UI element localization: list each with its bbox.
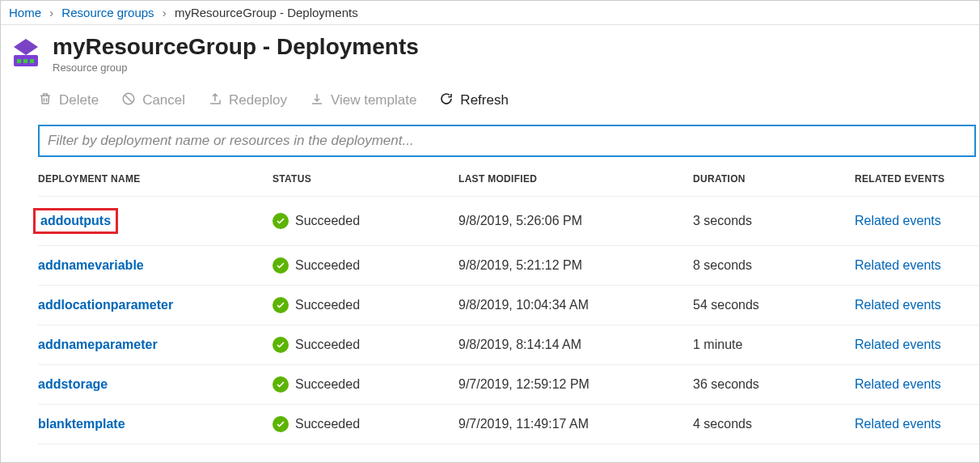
success-icon — [272, 297, 289, 313]
col-last-modified-header[interactable]: LAST MODIFIED — [458, 173, 693, 185]
last-modified: 9/7/2019, 11:49:17 AM — [458, 417, 693, 431]
deployments-table: DEPLOYMENT NAME STATUS LAST MODIFIED DUR… — [9, 157, 979, 444]
table-row: addoutputsSucceeded9/8/2019, 5:26:06 PM3… — [38, 197, 979, 246]
breadcrumb-resource-groups[interactable]: Resource groups — [61, 6, 154, 19]
col-duration-header[interactable]: DURATION — [693, 173, 855, 185]
deployment-name-link[interactable]: addnameparameter — [38, 338, 158, 352]
download-icon — [310, 91, 324, 110]
deployment-name-link[interactable]: addlocationparameter — [38, 298, 173, 312]
page-title: myResourceGroup - Deployments — [53, 35, 419, 60]
table-row: addnameparameterSucceeded9/8/2019, 8:14:… — [38, 325, 979, 365]
success-icon — [272, 257, 289, 274]
related-events-link[interactable]: Related events — [855, 298, 941, 312]
cancel-icon — [121, 91, 136, 110]
table-row: addlocationparameterSucceeded9/8/2019, 1… — [38, 286, 979, 325]
related-events-link[interactable]: Related events — [855, 377, 941, 391]
status-text: Succeeded — [295, 417, 360, 431]
status-text: Succeeded — [295, 214, 360, 228]
duration: 1 minute — [693, 338, 855, 352]
last-modified: 9/8/2019, 5:21:12 PM — [458, 258, 693, 273]
trash-icon — [38, 91, 53, 110]
duration: 54 seconds — [693, 298, 855, 312]
redeploy-button: Redeploy — [208, 91, 287, 110]
table-row: addstorageSucceeded9/7/2019, 12:59:12 PM… — [38, 365, 979, 405]
col-name-header[interactable]: DEPLOYMENT NAME — [38, 173, 272, 185]
success-icon — [272, 213, 289, 229]
last-modified: 9/8/2019, 8:14:14 AM — [458, 338, 693, 352]
page-subtitle: Resource group — [53, 62, 419, 74]
table-header: DEPLOYMENT NAME STATUS LAST MODIFIED DUR… — [38, 157, 979, 197]
filter-input[interactable] — [38, 125, 976, 157]
view-template-button: View template — [310, 91, 416, 110]
status-text: Succeeded — [295, 298, 360, 312]
status-text: Succeeded — [295, 377, 360, 392]
delete-button: Delete — [38, 91, 99, 110]
duration: 3 seconds — [693, 214, 855, 228]
svg-rect-3 — [30, 59, 34, 63]
breadcrumb: Home › Resource groups › myResourceGroup… — [1, 1, 979, 25]
deployment-name-link[interactable]: addnamevariable — [38, 258, 144, 273]
svg-rect-1 — [17, 59, 21, 63]
last-modified: 9/8/2019, 5:26:06 PM — [458, 214, 693, 228]
success-icon — [272, 376, 289, 393]
related-events-link[interactable]: Related events — [855, 258, 941, 272]
duration: 36 seconds — [693, 377, 855, 392]
last-modified: 9/8/2019, 10:04:34 AM — [458, 298, 693, 312]
breadcrumb-home[interactable]: Home — [9, 6, 41, 19]
deployment-name-link[interactable]: blanktemplate — [38, 417, 125, 431]
success-icon — [272, 416, 289, 432]
cancel-button: Cancel — [121, 91, 185, 110]
svg-rect-2 — [23, 59, 27, 63]
table-row: blanktemplateSucceeded9/7/2019, 11:49:17… — [38, 405, 979, 444]
resource-group-icon — [9, 37, 43, 71]
refresh-icon — [439, 91, 454, 110]
related-events-link[interactable]: Related events — [855, 417, 941, 431]
chevron-right-icon: › — [163, 6, 167, 19]
upload-icon — [208, 91, 222, 110]
duration: 4 seconds — [693, 417, 855, 431]
refresh-button[interactable]: Refresh — [439, 91, 509, 110]
toolbar: Delete Cancel Redeploy View template Ref… — [9, 77, 979, 125]
deployment-name-link[interactable]: addoutputs — [40, 214, 111, 228]
breadcrumb-current: myResourceGroup - Deployments — [175, 6, 358, 19]
col-status-header[interactable]: STATUS — [272, 173, 458, 185]
success-icon — [272, 337, 289, 353]
page-header: myResourceGroup - Deployments Resource g… — [9, 25, 979, 77]
last-modified: 9/7/2019, 12:59:12 PM — [458, 377, 693, 392]
duration: 8 seconds — [693, 258, 855, 273]
related-events-link[interactable]: Related events — [855, 338, 941, 351]
status-text: Succeeded — [295, 338, 360, 352]
related-events-link[interactable]: Related events — [855, 214, 941, 227]
table-row: addnamevariableSucceeded9/8/2019, 5:21:1… — [38, 246, 979, 286]
status-text: Succeeded — [295, 258, 360, 273]
chevron-right-icon: › — [49, 6, 53, 19]
col-related-header[interactable]: RELATED EVENTS — [855, 173, 979, 185]
deployment-name-link[interactable]: addstorage — [38, 377, 108, 392]
